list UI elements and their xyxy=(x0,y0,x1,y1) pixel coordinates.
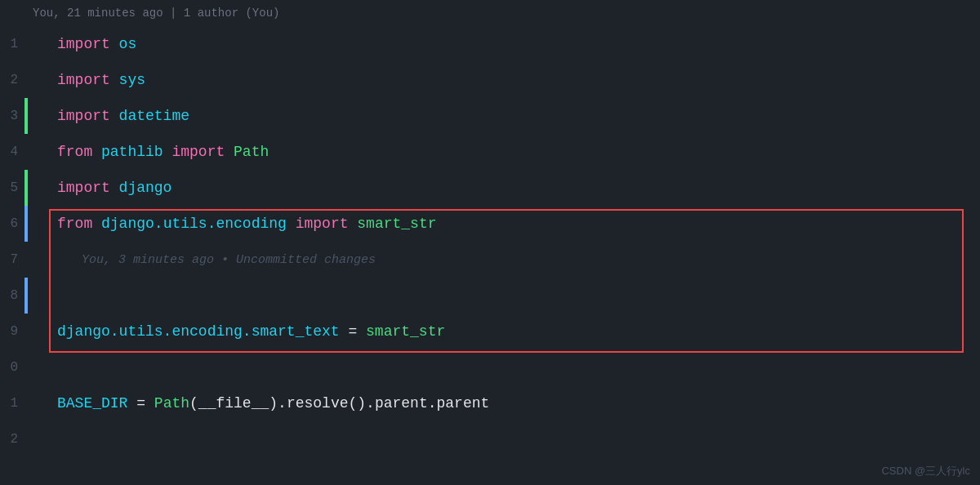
token: django xyxy=(110,180,172,196)
token: django.utils.encoding.smart_text xyxy=(57,323,340,340)
line-number: 9 xyxy=(0,324,24,339)
token: import xyxy=(57,108,110,124)
line-number: 1 xyxy=(0,396,24,411)
git-indicator xyxy=(24,278,28,314)
code-line: 9django.utils.encoding.smart_text = smar… xyxy=(0,314,980,349)
code-content: import os xyxy=(33,36,136,52)
code-line: 3import datetime xyxy=(0,98,980,134)
token: sys xyxy=(110,72,145,88)
code-content: from pathlib import Path xyxy=(33,144,269,160)
git-indicator xyxy=(24,170,28,206)
line-number: 3 xyxy=(0,109,24,123)
token: Path xyxy=(225,144,269,160)
token: (__file__) xyxy=(189,395,278,412)
code-line: 5import django xyxy=(0,170,980,206)
watermark: CSDN @三人行ylc xyxy=(881,464,970,478)
code-line: 0 xyxy=(0,349,980,385)
token: import xyxy=(172,144,225,160)
code-line: 2 xyxy=(0,421,980,457)
line-number: 7 xyxy=(0,252,24,267)
git-indicator xyxy=(24,134,28,170)
git-indicator xyxy=(24,62,28,98)
token: import xyxy=(57,72,110,88)
code-line: 8 xyxy=(0,278,980,314)
blame-header: You, 21 minutes ago | 1 author (You) xyxy=(0,0,980,26)
token: smart_str xyxy=(348,216,436,232)
token: = xyxy=(127,395,154,412)
code-content: from django.utils.encoding import smart_… xyxy=(33,216,437,232)
code-line: 6from django.utils.encoding import smart… xyxy=(0,206,980,242)
token: pathlib xyxy=(92,144,172,160)
code-line: 7You, 3 minutes ago • Uncommitted change… xyxy=(0,242,980,278)
code-editor: You, 21 minutes ago | 1 author (You) 1im… xyxy=(0,0,980,485)
line-number: 8 xyxy=(0,288,24,303)
git-indicator xyxy=(24,421,28,457)
token: import xyxy=(296,216,349,232)
code-line: 1BASE_DIR = Path(__file__).resolve().par… xyxy=(0,385,980,421)
line-number: 5 xyxy=(0,180,24,195)
git-indicator xyxy=(24,98,28,134)
token: from xyxy=(57,144,92,160)
line-number: 2 xyxy=(0,432,24,447)
inline-blame: You, 3 minutes ago • Uncommitted changes xyxy=(33,242,376,278)
code-content: import datetime xyxy=(33,108,189,124)
code-content: BASE_DIR = Path(__file__).resolve().pare… xyxy=(33,395,489,412)
token: .resolve().parent.parent xyxy=(278,395,489,412)
token: import xyxy=(57,36,110,52)
git-indicator xyxy=(24,314,28,349)
line-number: 1 xyxy=(0,37,24,51)
token: = xyxy=(340,323,366,340)
token: os xyxy=(110,36,136,52)
line-number: 0 xyxy=(0,360,24,375)
line-number: 2 xyxy=(0,73,24,87)
line-number: 4 xyxy=(0,145,24,159)
code-line: 2import sys xyxy=(0,62,980,98)
token: django.utils.encoding xyxy=(92,216,295,232)
code-content: django.utils.encoding.smart_text = smart… xyxy=(33,323,445,340)
git-indicator xyxy=(24,242,28,278)
git-indicator xyxy=(24,26,28,62)
code-lines: 1import os2import sys3import datetime4fr… xyxy=(0,26,980,457)
git-indicator xyxy=(24,349,28,385)
code-content: import sys xyxy=(33,72,145,88)
code-line: 1import os xyxy=(0,26,980,62)
token: from xyxy=(57,216,92,232)
code-line: 4from pathlib import Path xyxy=(0,134,980,170)
code-content: import django xyxy=(33,180,172,196)
token: Path xyxy=(154,395,189,412)
token: smart_str xyxy=(366,323,445,340)
line-number: 6 xyxy=(0,216,24,231)
token: datetime xyxy=(110,108,189,124)
token: BASE_DIR xyxy=(57,395,127,412)
token: import xyxy=(57,180,110,196)
git-indicator xyxy=(24,385,28,421)
git-indicator xyxy=(24,206,28,242)
